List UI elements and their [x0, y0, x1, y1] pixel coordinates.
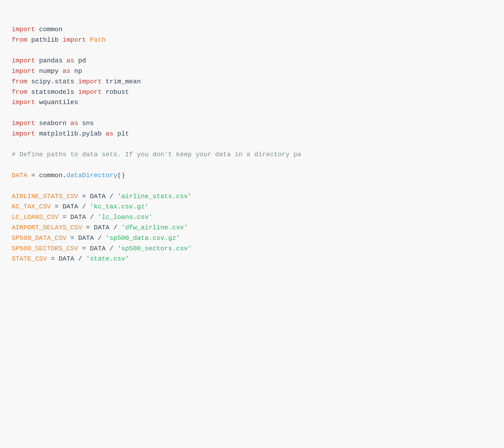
- code-token: as: [106, 130, 113, 137]
- code-token: robust: [102, 89, 129, 96]
- code-token: SP500_DATA_CSV: [12, 234, 66, 242]
- code-token: from: [12, 36, 27, 44]
- code-token: = DATA /: [59, 214, 98, 221]
- code-line: DATA = common.dataDirectory(): [12, 170, 492, 181]
- code-token: STATE_CSV: [12, 255, 47, 262]
- code-token: KC_TAX_CSV: [12, 203, 51, 210]
- code-line: [12, 160, 492, 170]
- code-token: = DATA /: [47, 255, 86, 262]
- code-token: import: [12, 68, 35, 75]
- code-line: from scipy.stats import trim_mean: [12, 77, 492, 87]
- code-token: import: [78, 78, 102, 85]
- code-token: import: [12, 99, 35, 106]
- code-token: plt: [113, 130, 129, 137]
- code-token: AIRLINE_STATS_CSV: [12, 193, 78, 200]
- code-line: [12, 181, 492, 191]
- code-token: matplotlib.pylab: [35, 130, 106, 137]
- code-token: DATA: [12, 172, 27, 179]
- code-token: 'sp500_sectors.csv': [117, 245, 192, 252]
- code-token: (): [117, 172, 125, 179]
- code-token: import: [12, 130, 35, 137]
- code-line: from statsmodels import robust: [12, 87, 492, 98]
- code-token: [86, 36, 90, 44]
- code-token: 'kc_tax.csv.gz': [90, 203, 149, 210]
- code-token: pd: [74, 57, 86, 64]
- code-token: = DATA /: [78, 245, 117, 252]
- code-token: = DATA /: [51, 203, 90, 210]
- code-line: KC_TAX_CSV = DATA / 'kc_tax.csv.gz': [12, 202, 492, 212]
- code-token: common: [35, 26, 63, 33]
- code-line: LC_LOANS_CSV = DATA / 'lc_loans.csv': [12, 212, 492, 223]
- code-line: SP500_DATA_CSV = DATA / 'sp500_data.csv.…: [12, 233, 492, 244]
- code-token: 'dfw_airline.csv': [121, 224, 188, 231]
- code-token: = DATA /: [82, 224, 121, 231]
- code-token: sns: [78, 120, 94, 127]
- code-token: = common.: [27, 172, 66, 179]
- code-line: import matplotlib.pylab as plt: [12, 129, 492, 139]
- code-line: import numpy as np: [12, 66, 492, 77]
- code-line: import seaborn as sns: [12, 118, 492, 129]
- code-token: scipy.stats: [27, 78, 78, 85]
- code-token: from: [12, 89, 27, 96]
- code-token: numpy: [35, 68, 63, 75]
- code-token: import: [78, 89, 102, 96]
- code-line: SP500_SECTORS_CSV = DATA / 'sp500_sector…: [12, 244, 492, 254]
- code-token: pathlib: [27, 36, 62, 44]
- code-token: import: [12, 26, 35, 33]
- code-token: 'state.csv': [86, 255, 129, 262]
- code-line: # Define paths to data sets. If you don'…: [12, 149, 492, 160]
- code-line: [12, 108, 492, 118]
- code-token: np: [70, 68, 82, 75]
- code-token: statsmodels: [27, 89, 78, 96]
- code-line: from pathlib import Path: [12, 35, 492, 45]
- code-line: [12, 139, 492, 150]
- code-token: from: [12, 78, 27, 85]
- code-token: = DATA /: [66, 234, 106, 242]
- code-token: LC_LOANS_CSV: [12, 214, 59, 221]
- code-token: wquantiles: [35, 99, 78, 106]
- code-token: = DATA /: [78, 193, 117, 200]
- code-token: AIRPORT_DELAYS_CSV: [12, 224, 82, 231]
- code-token: seaborn: [35, 120, 70, 127]
- code-token: as: [62, 68, 70, 75]
- code-line: [12, 45, 492, 56]
- code-token: pandas: [35, 57, 66, 64]
- code-token: as: [66, 57, 74, 64]
- code-token: as: [70, 120, 78, 127]
- code-token: Path: [90, 36, 106, 44]
- code-token: 'airline_stats.csv': [117, 193, 192, 200]
- code-token: 'sp500_data.csv.gz': [106, 234, 180, 242]
- code-token: trim_mean: [102, 78, 141, 85]
- code-line: AIRPORT_DELAYS_CSV = DATA / 'dfw_airline…: [12, 223, 492, 233]
- code-line: import common: [12, 24, 492, 35]
- code-token: 'lc_loans.csv': [98, 214, 153, 221]
- code-line: STATE_CSV = DATA / 'state.csv': [12, 254, 492, 264]
- code-token: dataDirectory: [66, 172, 117, 179]
- code-token: import: [12, 120, 35, 127]
- code-token: import: [62, 36, 86, 44]
- code-line: import pandas as pd: [12, 56, 492, 66]
- code-token: import: [12, 57, 35, 64]
- code-line: AIRLINE_STATS_CSV = DATA / 'airline_stat…: [12, 191, 492, 202]
- code-token: # Define paths to data sets. If you don'…: [12, 151, 301, 158]
- code-line: import wquantiles: [12, 97, 492, 108]
- code-editor: import commonfrom pathlib import Path im…: [5, 9, 499, 269]
- code-token: SP500_SECTORS_CSV: [12, 245, 78, 252]
